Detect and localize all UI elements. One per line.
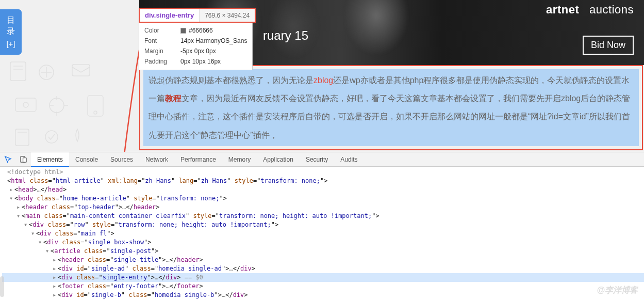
dom-tree-line[interactable]: ▾<div class="single box-show"> [2,238,644,247]
tooltip-key: Font [144,36,180,46]
dom-tree-line[interactable]: ▾<div class="row" style="transform: none… [2,221,644,229]
scrollbar-vertical[interactable] [0,276,4,297]
dom-tree-line[interactable]: ▸<footer class="entry-footer">…</footer> [2,282,644,291]
expand-twisty-icon[interactable]: ▸ [53,273,58,282]
hero-date-text: ruary 15 [263,28,308,43]
dom-tree-line[interactable]: ▸<div id="single-b" class="homedia singl… [2,291,644,299]
tooltip-value: 14px HarmonyOS_Sans [180,36,247,46]
dom-tree-line[interactable]: ▾<div class="main fl"> [2,229,644,238]
svg-point-8 [94,111,97,114]
index-label: 目 [0,14,22,26]
expand-twisty-icon[interactable]: ▾ [45,247,51,256]
expand-icon: [+] [0,38,22,50]
index-sidebar-tab[interactable]: 目 录 [+] [0,9,22,55]
svg-rect-7 [88,96,103,116]
devtools-panel: ElementsConsoleSourcesNetworkPerformance… [0,152,644,299]
svg-rect-13 [23,158,26,162]
svg-point-6 [23,102,28,107]
link-tutorial[interactable]: 教程 [165,94,181,103]
devtools-tab-network[interactable]: Network [139,152,174,167]
dom-tree-line[interactable]: ▸<div id="single-ad" class="homedia sing… [2,264,644,273]
devtools-tab-audits[interactable]: Audits [334,152,364,167]
svg-point-11 [45,131,58,143]
devtools-tab-elements[interactable]: Elements [31,152,69,167]
tooltip-dimensions: 769.6 × 3494.24 [199,9,255,22]
hero-brand: artnet auctions [546,3,634,17]
expand-twisty-icon[interactable]: ▸ [53,264,58,273]
svg-rect-9 [15,129,29,146]
dom-tree-line[interactable]: ▸<head>…</head> [2,185,644,194]
page-viewport: 目 录 [+] artnet auctions ruary 15 Bid Now… [0,0,644,152]
expand-twisty-icon[interactable]: ▾ [9,194,14,203]
link-zblog[interactable]: zblog [313,76,333,85]
tooltip-key: Color [144,25,180,36]
svg-rect-4 [72,65,90,76]
expand-twisty-icon[interactable]: ▸ [53,256,58,264]
devtools-tab-application[interactable]: Application [257,152,300,167]
svg-rect-0 [10,62,26,81]
tooltip-selector: div.single-entry [140,9,199,22]
svg-rect-5 [15,98,36,112]
devtools-tab-security[interactable]: Security [300,152,334,167]
bid-now-button[interactable]: Bid Now [583,36,634,55]
article-content-preview: 说起伪静态规则基本都很熟悉了，因为无论是zblog还是wp亦或者是其他php程序… [143,69,639,146]
elements-tree[interactable]: <!doctype html><html class="html-article… [0,167,644,299]
index-label: 录 [0,26,22,37]
decorative-bg-icons [0,52,144,152]
dom-tree-line[interactable]: ▾<main class="main-content container cle… [2,212,644,221]
expand-twisty-icon[interactable]: ▾ [24,221,29,229]
tooltip-value: 0px 10px 16px [180,56,221,67]
expand-twisty-icon[interactable]: ▸ [16,203,22,212]
tooltip-key: Margin [144,46,180,56]
dom-tree-line[interactable]: ▸<header class="single-title">…</header> [2,256,644,264]
element-tooltip-body: Color#666666Font14px HarmonyOS_SansMargi… [139,22,253,70]
tooltip-key: Padding [144,56,180,67]
device-toggle-icon[interactable] [15,152,31,167]
highlighted-element-box: 说起伪静态规则基本都很熟悉了，因为无论是zblog还是wp亦或者是其他php程序… [139,65,643,150]
expand-twisty-icon[interactable]: ▸ [53,291,58,299]
dom-tree-line[interactable]: <!doctype html> [2,168,644,177]
dom-tree-line[interactable]: ▸<div class="single-entry">…</div> == $0 [2,273,644,282]
dom-tree-line[interactable]: ▸<header class="top-header">…</header> [2,203,644,212]
inspect-icon[interactable] [0,152,15,167]
expand-twisty-icon[interactable]: ▾ [31,229,36,238]
devtools-tab-performance[interactable]: Performance [174,152,222,167]
expand-twisty-icon[interactable]: ▸ [53,282,58,291]
dom-tree-line[interactable]: <html class="html-article" xml:lang="zh-… [2,177,644,185]
devtools-tab-memory[interactable]: Memory [222,152,257,167]
element-tooltip-header: div.single-entry 769.6 × 3494.24 [139,8,256,23]
devtools-tabbar: ElementsConsoleSourcesNetworkPerformance… [0,152,644,167]
devtools-tab-sources[interactable]: Sources [104,152,139,167]
tooltip-value: #666666 [180,25,213,36]
expand-twisty-icon[interactable]: ▾ [38,238,43,247]
devtools-tab-console[interactable]: Console [69,152,104,167]
expand-twisty-icon[interactable]: ▾ [16,212,22,221]
expand-twisty-icon[interactable]: ▸ [9,185,14,194]
dom-tree-line[interactable]: ▾<body class="home home-article" style="… [2,194,644,203]
tooltip-value: -5px 0px 0px [180,46,216,56]
dom-tree-line[interactable]: ▾<article class="single-post"> [2,247,644,256]
